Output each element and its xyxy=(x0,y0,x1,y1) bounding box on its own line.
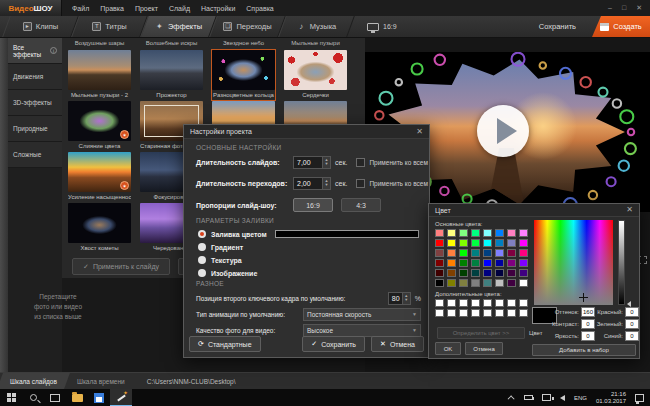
custom-color-swatch[interactable] xyxy=(435,309,444,317)
tab-эффекты[interactable]: ✦Эффекты xyxy=(144,16,213,37)
color-swatch[interactable] xyxy=(471,229,480,237)
sidebar-item-5[interactable]: Сложные xyxy=(8,142,62,168)
color-swatch[interactable] xyxy=(447,269,456,277)
radio-button[interactable] xyxy=(198,256,206,264)
menu-item-6[interactable]: Справка xyxy=(246,5,273,12)
radio-button[interactable] xyxy=(198,243,206,251)
sidebar-item-2[interactable]: Движения xyxy=(8,64,62,90)
color-swatch[interactable] xyxy=(447,249,456,257)
apply-to-slide-button[interactable]: ✓ Применить к слайду xyxy=(72,258,170,275)
spinner-arrows[interactable]: ▲▼ xyxy=(322,157,330,168)
custom-color-swatch[interactable] xyxy=(495,309,504,317)
maximize-button[interactable]: □ xyxy=(622,4,626,12)
radio-button[interactable] xyxy=(198,269,206,277)
effect-thumbnail-4-1[interactable]: Хвост кометы xyxy=(68,203,131,253)
color-swatch[interactable] xyxy=(507,239,516,247)
sidebar-item-1[interactable]: Все эффектыi xyxy=(8,38,62,64)
color-swatch[interactable] xyxy=(507,269,516,277)
color-swatch[interactable] xyxy=(495,229,504,237)
color-field-input[interactable]: 0 xyxy=(625,307,639,317)
color-swatch[interactable] xyxy=(507,279,516,287)
effect-thumbnail-3-1[interactable]: ✶Усиление насыщенности xyxy=(68,152,131,202)
apply-all-checkbox[interactable] xyxy=(356,179,365,188)
color-swatch[interactable] xyxy=(471,269,480,277)
tab-time-scale[interactable]: Шкала времени xyxy=(67,373,135,389)
start-button[interactable] xyxy=(0,389,22,406)
color-swatch[interactable] xyxy=(435,229,444,237)
color-swatch[interactable] xyxy=(519,279,528,287)
transition-duration-input[interactable]: 2,00 ▲▼ xyxy=(293,177,331,190)
effect-thumbnail-2-1[interactable]: ✶Слияние цвета xyxy=(68,101,131,151)
effect-thumbnail-1-2[interactable]: Прожектор xyxy=(140,50,203,100)
hue-saturation-field[interactable] xyxy=(534,220,613,305)
color-swatch[interactable] xyxy=(459,239,468,247)
videoshow-app-button[interactable] xyxy=(110,389,132,406)
aspect-43-button[interactable]: 4:3 xyxy=(341,198,381,212)
luminance-slider[interactable] xyxy=(618,220,625,305)
color-swatch[interactable] xyxy=(483,279,492,287)
custom-color-swatch[interactable] xyxy=(483,309,492,317)
color-swatch[interactable] xyxy=(483,259,492,267)
tab-музыка[interactable]: ♪Музыка xyxy=(282,16,351,37)
color-swatch[interactable] xyxy=(495,259,504,267)
color-swatch[interactable] xyxy=(435,249,444,257)
battery-icon[interactable] xyxy=(524,395,533,400)
color-swatch[interactable] xyxy=(447,279,456,287)
menu-item-3[interactable]: Проект xyxy=(135,5,158,12)
close-icon[interactable]: ✕ xyxy=(416,128,423,136)
tab-slide-scale[interactable]: Шкала слайдов xyxy=(0,373,67,389)
color-swatch[interactable] xyxy=(435,269,444,277)
color-swatch[interactable] xyxy=(471,259,480,267)
tab-клипы[interactable]: ▸Клипы xyxy=(6,16,75,37)
animation-type-dropdown[interactable]: Постоянная скорость ▼ xyxy=(303,308,421,321)
custom-color-swatch[interactable] xyxy=(435,299,444,307)
save-project-button[interactable]: Сохранить xyxy=(523,22,592,31)
color-swatch[interactable] xyxy=(447,259,456,267)
spinner-arrows[interactable]: ▲▼ xyxy=(402,293,410,304)
custom-color-swatch[interactable] xyxy=(459,299,468,307)
color-field-input[interactable]: 0 xyxy=(625,319,639,329)
hidden-icons-chevron[interactable] xyxy=(508,395,515,402)
color-swatch[interactable] xyxy=(459,229,468,237)
task-view-button[interactable] xyxy=(44,389,66,406)
tab-переходы[interactable]: ❏Переходы xyxy=(213,16,282,37)
color-swatch[interactable] xyxy=(471,239,480,247)
collapsed-panel-strip[interactable] xyxy=(0,38,8,372)
color-swatch[interactable] xyxy=(495,269,504,277)
color-swatch[interactable] xyxy=(435,239,444,247)
taskbar-clock[interactable]: 21:16 01.03.2017 xyxy=(596,391,626,405)
tab-титры[interactable]: TТитры xyxy=(75,16,144,37)
aspect-169-button[interactable]: 16:9 xyxy=(293,198,333,212)
slide-duration-input[interactable]: 7,00 ▲▼ xyxy=(293,156,331,169)
custom-color-swatch[interactable] xyxy=(471,309,480,317)
color-swatch[interactable] xyxy=(459,249,468,257)
spinner-arrows[interactable]: ▲▼ xyxy=(322,178,330,189)
color-crosshair[interactable] xyxy=(579,293,588,302)
taskbar-search-button[interactable] xyxy=(22,389,44,406)
custom-color-swatch[interactable] xyxy=(483,299,492,307)
close-button[interactable]: ✕ xyxy=(636,4,642,12)
color-swatch[interactable] xyxy=(483,239,492,247)
fill-color-swatch[interactable] xyxy=(275,230,419,238)
custom-color-swatch[interactable] xyxy=(507,299,516,307)
radio-button[interactable] xyxy=(198,230,206,238)
custom-color-swatch[interactable] xyxy=(447,309,456,317)
custom-color-swatch[interactable] xyxy=(459,309,468,317)
color-swatch[interactable] xyxy=(519,239,528,247)
media-app-button[interactable] xyxy=(88,389,110,406)
custom-color-swatch[interactable] xyxy=(519,299,528,307)
sidebar-item-3[interactable]: 3D-эффекты xyxy=(8,90,62,116)
photo-quality-dropdown[interactable]: Высокое ▼ xyxy=(303,324,421,337)
custom-color-swatch[interactable] xyxy=(495,299,504,307)
keyframe-input[interactable]: 80 ▲▼ xyxy=(388,292,411,305)
color-swatch[interactable] xyxy=(519,259,528,267)
custom-color-swatch[interactable] xyxy=(519,309,528,317)
file-explorer-button[interactable] xyxy=(66,389,88,406)
color-swatch[interactable] xyxy=(519,229,528,237)
color-swatch[interactable] xyxy=(459,279,468,287)
settings-save-button[interactable]: ✓ Сохранить xyxy=(302,336,365,352)
menu-item-5[interactable]: Настройки xyxy=(201,5,235,12)
network-icon[interactable] xyxy=(542,394,551,401)
custom-color-swatch[interactable] xyxy=(471,299,480,307)
volume-icon[interactable] xyxy=(560,395,565,401)
